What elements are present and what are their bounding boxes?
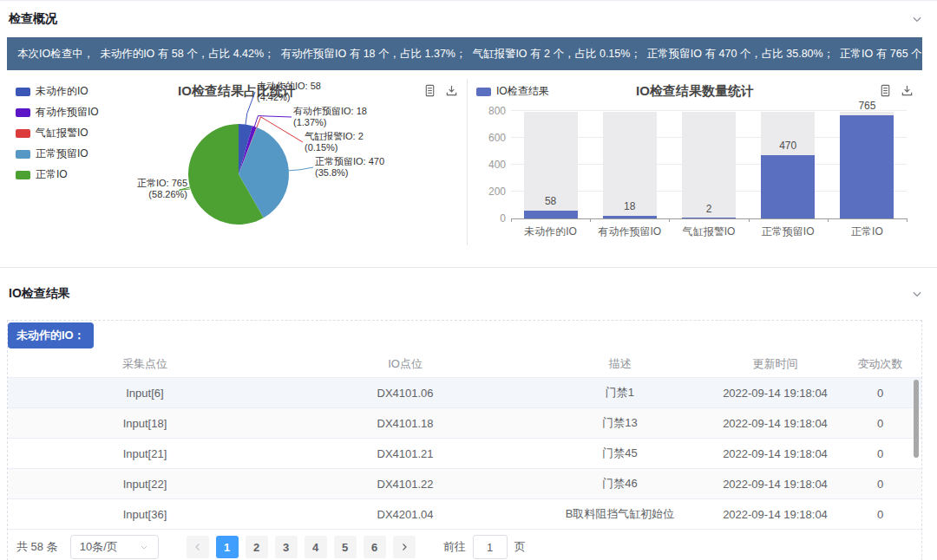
legend-label: 正常预留IO <box>36 147 88 161</box>
table-row: Input[36] DX4201.04 B取料阻挡气缸初始位 2022-09-1… <box>8 499 921 530</box>
table-cell: 门禁45 <box>528 446 711 461</box>
download-image-icon[interactable] <box>901 84 914 97</box>
legend-item[interactable]: IO检查结果 <box>476 84 549 99</box>
table-cell: 2022-09-14 19:18:04 <box>711 508 839 521</box>
overview-title: 检查概况 <box>9 11 57 27</box>
legend-label: 有动作预留IO <box>36 105 99 120</box>
axis-tick <box>669 218 670 222</box>
page-button[interactable]: 4 <box>305 536 327 558</box>
legend-item[interactable]: 有动作预留IO <box>16 105 99 120</box>
x-tick-label: 正常预留IO <box>749 225 828 239</box>
bar-plot-area: 020040060080058未动作的IO18有动作预留IO2气缸报警IO470… <box>511 112 907 219</box>
bar-cell: 18 <box>590 112 669 218</box>
result-type-badge[interactable]: 未动作的IO： <box>8 322 94 348</box>
column-header: IO点位 <box>282 356 528 372</box>
chevron-right-icon <box>399 542 410 552</box>
pagination: 共 58 条 10条/页 123456 <box>8 530 921 560</box>
chevron-left-icon <box>193 542 203 552</box>
page-button[interactable]: 2 <box>246 536 268 558</box>
bar-value-label: 58 <box>511 195 590 207</box>
column-header: 采集点位 <box>8 356 282 372</box>
x-tick-label: 气缸报警IO <box>669 225 748 239</box>
page-size-select[interactable]: 10条/页 <box>70 535 159 559</box>
table-cell: 门禁1 <box>528 385 711 400</box>
pie-legend: 未动作的IO有动作预留IO气缸报警IO正常预留IO正常IO <box>16 84 99 188</box>
data-view-icon[interactable] <box>879 84 892 97</box>
bar-cell: 765 <box>828 112 907 218</box>
table-cell: 2022-09-14 19:18:04 <box>711 387 839 400</box>
y-tick-label: 0 <box>471 212 506 225</box>
bar-chart-panel: IO检查结果 IO检查结果数量统计 0200400600800 <box>468 77 922 247</box>
y-tick-label: 600 <box>471 132 506 144</box>
legend-item[interactable]: 正常IO <box>16 167 99 182</box>
bar-cell: 470 <box>749 112 828 218</box>
bar-cell: 2 <box>669 112 748 218</box>
results-title: IO检查结果 <box>9 286 70 302</box>
legend-swatch <box>16 150 30 159</box>
results-table: 采集点位 IO点位 描述 更新时间 变动次数 Input[6] DX4101.0… <box>8 350 921 530</box>
legend-label: 未动作的IO <box>36 84 88 99</box>
legend-swatch <box>16 129 30 138</box>
pie-chart-panel: 未动作的IO有动作预留IO气缸报警IO正常预留IO正常IO IO检查结果占比统计 <box>7 77 467 247</box>
bar-value-label: 470 <box>749 140 828 152</box>
bar <box>682 218 736 218</box>
next-page-button[interactable] <box>393 536 416 558</box>
prev-page-button[interactable] <box>187 536 209 558</box>
table-body: Input[6] DX4101.06 门禁1 2022-09-14 19:18:… <box>8 378 921 530</box>
table-cell: 0 <box>839 417 921 430</box>
pie-label-line <box>179 187 190 190</box>
column-header: 更新时间 <box>711 356 839 372</box>
table-cell: 2022-09-14 19:18:04 <box>711 417 839 430</box>
table-cell: Input[18] <box>8 417 282 430</box>
table-cell: DX4101.22 <box>282 478 528 491</box>
table-row: Input[18] DX4101.18 门禁13 2022-09-14 19:1… <box>8 408 921 439</box>
legend-swatch <box>476 88 491 96</box>
table-row: Input[22] DX4101.22 门禁46 2022-09-14 19:1… <box>8 469 921 499</box>
legend-swatch <box>16 171 30 179</box>
bar-cell: 58 <box>511 112 590 218</box>
x-tick-label: 正常IO <box>828 225 907 239</box>
y-tick-label: 200 <box>471 186 506 198</box>
table-cell: DX4101.21 <box>282 447 528 460</box>
table-cell: 门禁46 <box>528 476 711 492</box>
legend-item[interactable]: 正常预留IO <box>16 147 99 161</box>
table-cell: 0 <box>839 387 921 400</box>
table-cell: DX4201.04 <box>282 508 528 521</box>
section-overview: 检查概况 本次IO检查中， 未动作的IO 有 58 个，占比 4.42%； 有动… <box>0 1 937 247</box>
table-cell: 0 <box>839 508 921 521</box>
summary-text: 本次IO检查中， 未动作的IO 有 58 个，占比 4.42%； 有动作预留IO… <box>17 47 922 62</box>
chevron-down-icon[interactable] <box>911 288 923 300</box>
table-cell: 0 <box>839 447 921 460</box>
table-cell: Input[22] <box>8 478 282 491</box>
legend-item[interactable]: 气缸报警IO <box>16 126 99 140</box>
table-row: Input[6] DX4101.06 门禁1 2022-09-14 19:18:… <box>8 378 921 408</box>
page-button-active[interactable]: 1 <box>216 536 239 558</box>
table-cell: 0 <box>839 478 921 491</box>
page-button[interactable]: 3 <box>275 536 298 558</box>
page-button[interactable]: 6 <box>364 536 386 558</box>
goto-label: 前往 <box>443 539 466 555</box>
charts-row: 未动作的IO有动作预留IO气缸报警IO正常预留IO正常IO IO检查结果占比统计 <box>7 77 922 247</box>
table-cell: Input[36] <box>8 508 282 521</box>
legend-label: 正常IO <box>36 167 68 182</box>
goto-page-input[interactable] <box>473 535 508 559</box>
axis-tick <box>590 218 591 222</box>
page-number-list: 123456 <box>216 536 386 558</box>
page-button[interactable]: 5 <box>334 536 357 558</box>
goto-suffix: 页 <box>514 539 526 555</box>
bar-legend: IO检查结果 <box>476 84 549 105</box>
axis-tick <box>511 218 512 222</box>
overview-header: 检查概况 <box>0 1 937 37</box>
axis-tick <box>749 218 750 222</box>
table-cell: DX4101.18 <box>282 417 528 430</box>
bar-value-label: 765 <box>828 100 907 112</box>
axis-tick <box>828 218 829 222</box>
chevron-down-icon[interactable] <box>911 13 923 25</box>
bar-value-label: 2 <box>669 203 748 215</box>
page-size-value: 10条/页 <box>80 539 118 555</box>
chevron-down-icon <box>139 542 149 552</box>
table-scrollbar[interactable] <box>914 380 919 458</box>
summary-banner: 本次IO检查中， 未动作的IO 有 58 个，占比 4.42%； 有动作预留IO… <box>7 37 922 70</box>
bar-toolbox <box>879 84 914 97</box>
legend-item[interactable]: 未动作的IO <box>16 84 99 99</box>
